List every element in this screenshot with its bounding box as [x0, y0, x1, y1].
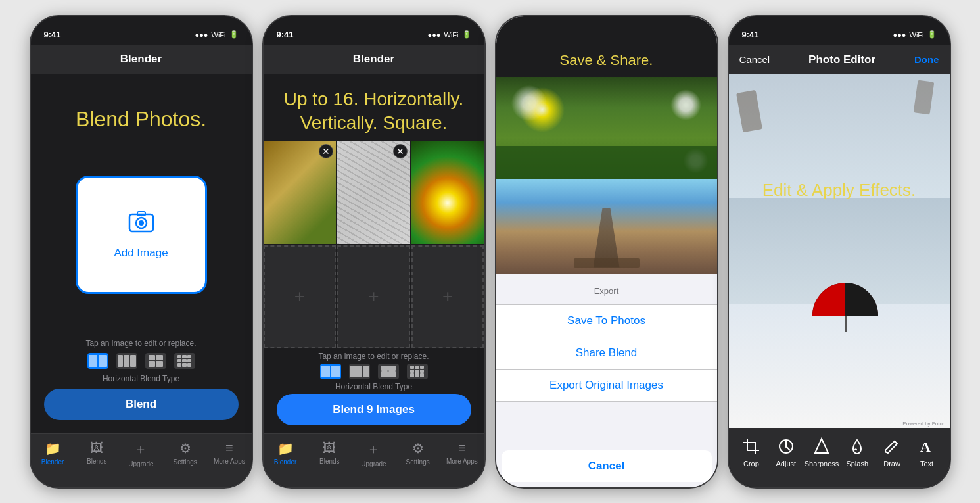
screen1-frame: 9:41 ●●● WiFi 🔋 Blender Blend Photos.: [30, 15, 253, 489]
signal-icon-2: ●●●: [428, 31, 441, 39]
export-original-button[interactable]: Export Original Images: [496, 370, 717, 402]
tool-draw[interactable]: Draw: [875, 436, 908, 467]
tool-splash[interactable]: Splash: [841, 436, 874, 467]
photo-cell-3[interactable]: [411, 141, 484, 244]
battery-icon-4: 🔋: [927, 30, 937, 39]
photo-cell-1[interactable]: ✕: [264, 141, 337, 244]
photo-cell-2[interactable]: ✕: [337, 141, 410, 244]
nav-bar-1: Blender: [31, 45, 252, 74]
add-image-label[interactable]: Add Image: [114, 247, 168, 260]
photo-editor-tools: Crop Adjust: [729, 428, 950, 487]
tab-label-moreapps-2: More Apps: [446, 458, 478, 465]
tab-blends-1[interactable]: 🖼 Blends: [80, 441, 114, 465]
tab-settings-1[interactable]: ⚙ Settings: [168, 441, 202, 466]
add-image-button[interactable]: Add Image: [76, 176, 207, 294]
blend-2col-icon[interactable]: [87, 353, 108, 369]
status-icons-1: ●●● WiFi 🔋: [195, 30, 239, 39]
screen2-content: Up to 16. Horizontally. Vertically. Squa…: [264, 74, 484, 433]
svg-marker-6: [815, 439, 828, 453]
status-bar-3: [496, 16, 717, 45]
export-title-row: Export: [496, 277, 717, 305]
tab-blends-2[interactable]: 🖼 Blends: [312, 441, 346, 465]
tab-blender-2[interactable]: 📁 Blender: [268, 441, 302, 466]
save-to-photos-button[interactable]: Save To Photos: [496, 305, 717, 337]
settings-tab-icon-2: ⚙: [412, 441, 424, 456]
photo-flowers: [496, 77, 717, 179]
tool-text[interactable]: A Text: [910, 436, 943, 467]
nav-title-4: Photo Editor: [808, 53, 875, 66]
blend-3col-icon[interactable]: [116, 353, 137, 369]
tool-label-crop: Crop: [743, 460, 759, 467]
tab-label-blender-1: Blender: [41, 458, 64, 466]
cancel-button-3[interactable]: Cancel: [502, 450, 712, 482]
cancel-button-4[interactable]: Cancel: [739, 54, 770, 65]
status-bar-2: 9:41 ●●● WiFi 🔋: [264, 16, 484, 45]
tab-upgrade-2[interactable]: ＋ Upgrade: [356, 441, 390, 467]
blend-type-label-1: Horizontal Blend Type: [103, 374, 179, 383]
hero-title-2: Up to 16. Horizontally. Vertically. Squa…: [284, 89, 463, 133]
time-1: 9:41: [44, 30, 61, 39]
photo-cell-4[interactable]: +: [264, 245, 337, 348]
svg-point-2: [139, 220, 144, 226]
nav-title-1: Blender: [120, 53, 162, 66]
add-image-icon: [128, 210, 154, 240]
blend-button-2[interactable]: Blend 9 Images: [277, 394, 471, 425]
tab-moreapps-2[interactable]: ≡ More Apps: [445, 441, 479, 465]
blend-type-label-2: Horizontal Blend Type: [335, 382, 412, 391]
photo-cell-6[interactable]: +: [411, 245, 484, 348]
share-blend-button[interactable]: Share Blend: [496, 337, 717, 370]
close-badge-2[interactable]: ✕: [393, 144, 408, 158]
done-button-4[interactable]: Done: [914, 54, 939, 65]
blend-4grid-icon[interactable]: [145, 353, 166, 369]
svg-text:A: A: [920, 439, 931, 455]
nav-bar-4: Cancel Photo Editor Done: [729, 45, 950, 74]
signal-icon-1: ●●●: [195, 31, 208, 39]
battery-icon-2: 🔋: [462, 30, 471, 39]
screen1-content: Blend Photos. Add Image Tap an image to …: [31, 74, 252, 433]
signal-icon-4: ●●●: [893, 31, 906, 39]
blend-4grid-icon-2[interactable]: [378, 364, 399, 379]
tool-label-sharpness: Sharpness: [805, 460, 839, 467]
adjust-icon: [776, 436, 797, 457]
hero-section-1: Blend Photos.: [44, 107, 239, 132]
tab-label-blends-2: Blends: [319, 458, 340, 465]
moreapps-tab-icon-1: ≡: [225, 441, 233, 456]
sharpness-icon: [811, 436, 832, 457]
screen2-top: Up to 16. Horizontally. Vertically. Squa…: [264, 74, 484, 142]
tab-settings-2[interactable]: ⚙ Settings: [401, 441, 435, 466]
bottom-controls-1: Tap an image to edit or replace. H: [44, 339, 239, 420]
tab-moreapps-1[interactable]: ≡ More Apps: [212, 441, 246, 465]
tool-adjust[interactable]: Adjust: [770, 436, 803, 467]
time-2: 9:41: [277, 30, 294, 39]
tool-sharpness[interactable]: Sharpness: [805, 436, 839, 467]
status-bar-4: 9:41 ●●● WiFi 🔋: [729, 16, 950, 45]
blend-3col-icon-2[interactable]: [349, 364, 370, 379]
tab-upgrade-1[interactable]: ＋ Upgrade: [124, 441, 158, 467]
wifi-icon-4: WiFi: [910, 31, 924, 39]
crop-icon: [741, 436, 762, 457]
blend-button-1[interactable]: Blend: [44, 389, 239, 420]
blend-9grid-icon[interactable]: [174, 353, 195, 369]
upgrade-tab-icon-2: ＋: [367, 441, 380, 458]
blend-2col-icon-2[interactable]: [320, 364, 341, 379]
tab-label-moreapps-1: More Apps: [214, 458, 245, 465]
splash-icon: [847, 436, 868, 457]
umbrella-image: [812, 283, 878, 329]
hero-title-1: Blend Photos.: [76, 107, 206, 131]
status-icons-4: ●●● WiFi 🔋: [893, 30, 937, 39]
photo-grid: ✕ ✕ + +: [264, 141, 484, 347]
tab-label-settings-1: Settings: [174, 458, 197, 466]
photo-grid-area: ✕ ✕ + +: [264, 141, 484, 347]
blend-9grid-icon-2[interactable]: [407, 364, 428, 379]
nav-title-2: Blender: [353, 53, 394, 66]
screen3-frame: Save & Share. Export Save To Photos: [495, 15, 718, 489]
tab-blender-1[interactable]: 📁 Blender: [35, 441, 70, 466]
photo-cell-5[interactable]: +: [337, 245, 410, 348]
tab-bar-2: 📁 Blender 🖼 Blends ＋ Upgrade ⚙ Settings …: [264, 433, 484, 487]
tool-crop[interactable]: Crop: [735, 436, 768, 467]
export-title-text: Export: [594, 286, 619, 296]
close-badge-1[interactable]: ✕: [319, 144, 333, 158]
edit-apply-text: Edit & Apply Effects.: [729, 180, 950, 201]
tap-hint-2: Tap an image to edit or replace.: [318, 352, 429, 361]
powered-by-text: Powered by Fotor: [902, 421, 944, 427]
